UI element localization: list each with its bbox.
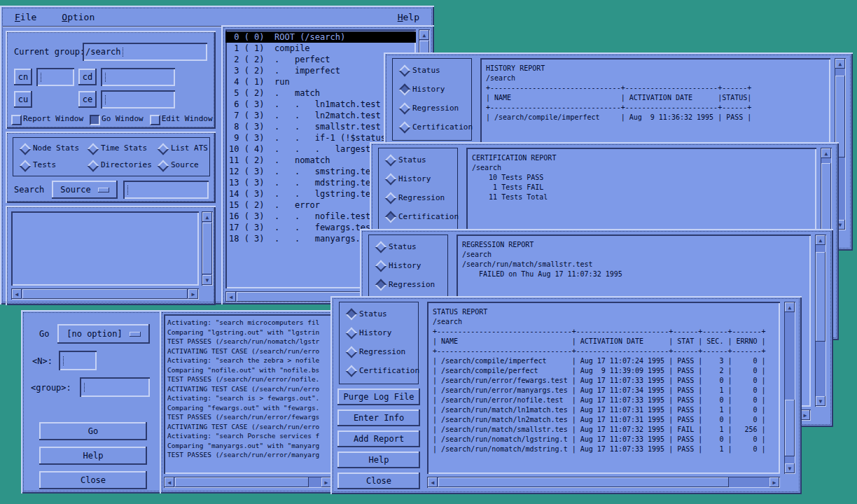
cu-button[interactable]: cu [14,91,32,108]
go-close-button[interactable]: Close [39,471,147,489]
scrollbar-track[interactable] [438,477,769,487]
scrollbar-thumb[interactable] [785,400,795,456]
cn-input[interactable] [36,68,74,86]
ce-button[interactable]: ce [78,91,97,108]
scroll-up-icon[interactable]: ▲ [835,59,845,69]
scrollbar-thumb[interactable] [816,252,825,342]
log-line: ACTIVATING TEST CASE (/search/run/erro [167,346,332,356]
desktop: File Option Help Current group: /search … [0,0,857,504]
stats-radio[interactable]: Tests [19,159,87,172]
report-type-radio[interactable]: Status [398,64,471,83]
report-type-radio[interactable]: Certification [345,364,418,383]
report-close-button[interactable]: Close [337,472,420,489]
log-hscrollbar[interactable]: ◀ ▶ [164,477,332,488]
ce-input[interactable] [101,90,175,108]
status-report-text[interactable]: STATUS REPORT/search+-------------------… [427,302,780,474]
go-help-button[interactable]: Help [39,447,147,465]
report-type-radio[interactable]: Certification [398,120,471,139]
scrollbar-track[interactable] [816,246,825,396]
text-caret [123,48,123,57]
scroll-up-icon[interactable]: ▲ [419,30,429,40]
status-vscrollbar[interactable]: ▲ ▼ [784,302,795,474]
enter-info-button[interactable]: Enter Info [337,410,420,426]
scroll-right-icon[interactable]: ▶ [321,477,331,487]
report-type-radio[interactable]: Status [384,153,457,172]
n-input[interactable] [59,351,97,370]
scroll-left-icon[interactable]: ◀ [226,292,236,302]
scroll-right-icon[interactable]: ▶ [188,289,198,299]
scroll-right-icon[interactable]: ▶ [769,477,779,487]
scroll-down-icon[interactable]: ▼ [785,463,795,473]
report-line: | /search/run/match/smallstr.tes | Aug 1… [433,425,780,435]
report-line: | /search/run/error/fewargs.test | Aug 1… [433,376,780,386]
scrollbar-track[interactable] [202,223,212,274]
scroll-up-icon[interactable]: ▲ [816,235,825,245]
report-type-radio[interactable]: History [398,83,471,102]
scroll-left-icon[interactable]: ◀ [12,289,22,299]
window-checkbox[interactable]: Report Window [11,113,83,125]
add-report-button[interactable]: Add Report [337,430,420,447]
scrollbar-thumb[interactable] [22,289,188,299]
cn-button[interactable]: cn [14,69,32,85]
cd-input[interactable] [101,68,175,86]
scroll-up-icon[interactable]: ▲ [202,212,212,222]
scrollbar-thumb[interactable] [202,223,212,274]
log-line: Activating: "search microcomputers fil [167,318,332,328]
report-type-radio[interactable]: History [384,172,457,191]
log-line: ACTIVATING TEST CASE (/search/run/erro [167,422,332,432]
menu-option[interactable]: Option [62,12,95,22]
window-checkbox[interactable]: Edit Window [150,113,213,125]
report-type-radio[interactable]: Status [345,307,418,326]
stats-radio[interactable]: List ATS [157,142,214,155]
results-vscrollbar[interactable]: ▲ ▼ [202,211,213,286]
stats-radio[interactable]: Time Stats [87,142,157,155]
search-mode-dropdown[interactable]: Source [52,181,118,199]
log-line: Activating: "search Porsche services f [167,431,332,441]
stats-panel: Node StatsTime StatsList ATSTestsDirecto… [6,132,216,203]
stats-radio[interactable]: Node Stats [19,142,87,155]
window-checkbox[interactable]: Go Window [90,113,144,125]
scroll-down-icon[interactable]: ▼ [202,275,212,285]
text-caret [105,73,106,82]
scroll-up-icon[interactable]: ▲ [785,302,795,312]
scroll-up-icon[interactable]: ▲ [821,148,831,158]
report-type-radio[interactable]: Regression [398,102,471,120]
menu-help[interactable]: Help [398,12,419,22]
purge-log-file-button[interactable]: Purge Log File [337,388,420,405]
menu-file[interactable]: File [15,12,36,22]
tree-item[interactable]: 0 ( 0) ROOT (/search) [225,31,416,43]
log-line: TEST PASSES (/search/run/error/manyarg [167,450,332,460]
status-hscrollbar[interactable]: ◀ ▶ [427,477,780,488]
scrollbar-track[interactable] [785,313,795,463]
scrollbar-track[interactable] [22,289,188,299]
scrollbar-thumb[interactable] [438,477,729,487]
scrollbar-track[interactable] [175,477,321,487]
stats-radio[interactable]: Directories [87,159,157,172]
text-caret [63,356,64,365]
results-list[interactable] [11,211,199,286]
scroll-left-icon[interactable]: ◀ [428,477,438,487]
scroll-left-icon[interactable]: ◀ [165,477,174,487]
log-text[interactable]: Activating: "search microcomputers filCo… [164,314,332,474]
report-type-radio[interactable]: Regression [345,345,418,364]
go-window: Go [no option] <N>: <group>: Go Help Clo… [21,310,165,493]
group-input[interactable] [80,377,150,397]
report-type-radio[interactable]: History [345,326,418,345]
report-type-radio[interactable]: Status [375,240,447,259]
results-hscrollbar[interactable]: ◀ ▶ [11,288,199,300]
current-group-input[interactable]: /search [83,43,207,61]
scrollbar-thumb[interactable] [175,477,309,487]
scroll-down-icon[interactable]: ▼ [816,396,825,406]
go-option-dropdown[interactable]: [no option] [57,324,150,344]
scroll-right-icon[interactable]: ▶ [800,410,810,420]
report-type-radio[interactable]: Regression [384,191,457,210]
report-type-radio[interactable]: Regression [375,278,447,297]
report-type-radio[interactable]: Certification [384,210,457,229]
report-type-radio[interactable]: History [375,259,447,278]
regression-vscrollbar[interactable]: ▲ ▼ [815,234,826,407]
report-help-button[interactable]: Help [337,451,420,468]
cd-button[interactable]: cd [78,69,97,85]
search-input[interactable] [123,181,209,199]
stats-radio[interactable]: Source [157,159,214,172]
go-button[interactable]: Go [39,422,147,440]
